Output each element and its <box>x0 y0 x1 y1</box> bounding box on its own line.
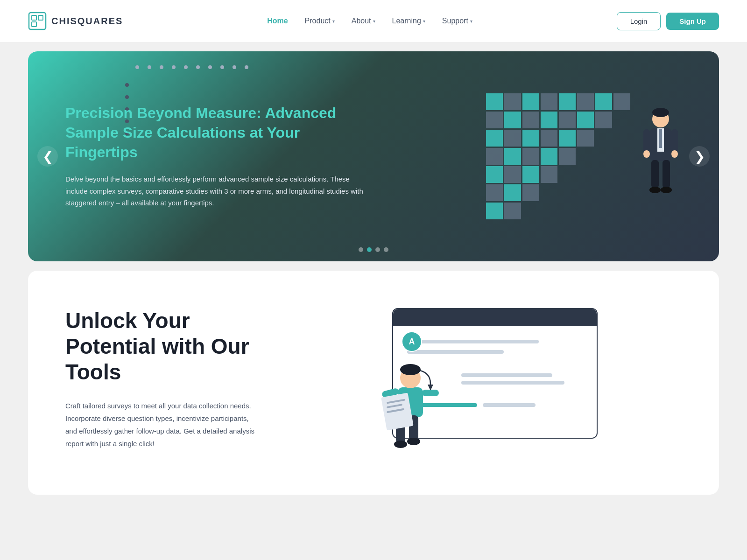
nav-home[interactable]: Home <box>261 13 294 29</box>
svg-rect-9 <box>643 129 650 153</box>
dot-row-decoration <box>135 65 248 69</box>
hero-section: Precision Beyond Measure: Advanced Sampl… <box>28 51 719 261</box>
chevron-down-icon: ▾ <box>423 19 425 24</box>
dash-line-4 <box>461 381 564 385</box>
carousel-dot-1[interactable] <box>359 247 363 252</box>
logo-icon <box>28 12 47 30</box>
svg-point-11 <box>643 150 650 158</box>
signup-button[interactable]: Sign Up <box>666 13 719 30</box>
svg-rect-2 <box>38 15 43 20</box>
unlock-description: Craft tailored surveys to meet all your … <box>65 399 261 450</box>
svg-rect-27 <box>381 393 414 431</box>
dashboard-container: A <box>374 308 598 457</box>
login-button[interactable]: Login <box>617 12 661 30</box>
svg-rect-0 <box>29 13 46 29</box>
svg-rect-22 <box>422 390 439 396</box>
brand-name: CHISQUARES <box>51 16 123 27</box>
carousel-prev-button[interactable]: ❮ <box>37 146 58 167</box>
unlock-section: Unlock Your Potential with Our Tools Cra… <box>28 271 719 495</box>
unlock-title: Unlock Your Potential with Our Tools <box>65 308 261 385</box>
hero-title: Precision Beyond Measure: Advanced Sampl… <box>65 104 371 162</box>
carousel-dot-3[interactable] <box>375 247 380 252</box>
unlock-visual: A <box>289 308 682 457</box>
dash-line-1 <box>407 340 539 343</box>
nav-support[interactable]: Support ▾ <box>436 13 479 29</box>
svg-rect-13 <box>651 160 659 188</box>
chevron-down-icon: ▾ <box>373 19 375 24</box>
svg-rect-10 <box>671 129 678 153</box>
nav-product[interactable]: Product ▾ <box>298 13 341 29</box>
navbar: CHISQUARES Home Product ▾ About ▾ Learni… <box>0 0 747 42</box>
person-sitting-figure <box>374 350 448 462</box>
svg-rect-8 <box>659 129 662 148</box>
svg-point-15 <box>649 187 661 193</box>
svg-point-26 <box>407 438 420 445</box>
svg-rect-14 <box>662 160 670 188</box>
nav-learning[interactable]: Learning ▾ <box>386 13 432 29</box>
unlock-text: Unlock Your Potential with Our Tools Cra… <box>65 308 261 450</box>
svg-rect-1 <box>32 15 36 20</box>
svg-point-25 <box>394 441 407 448</box>
dash-accent-2 <box>483 403 536 407</box>
checkerboard-graphic <box>486 93 630 219</box>
carousel-dot-2[interactable] <box>367 247 372 252</box>
hero-description: Delve beyond the basics and effortlessly… <box>65 173 371 209</box>
svg-point-12 <box>671 150 678 158</box>
svg-point-20 <box>400 364 421 375</box>
dash-line-3 <box>461 373 552 377</box>
carousel-dots <box>359 247 388 252</box>
nav-menu: Home Product ▾ About ▾ Learning ▾ Suppor… <box>261 13 479 29</box>
logo[interactable]: CHISQUARES <box>28 12 123 30</box>
nav-actions: Login Sign Up <box>617 12 719 30</box>
avatar-badge: A <box>402 331 422 352</box>
svg-point-5 <box>652 108 669 117</box>
nav-about[interactable]: About ▾ <box>345 13 382 29</box>
carousel-next-button[interactable]: ❯ <box>689 146 710 167</box>
person-figure <box>640 105 682 208</box>
svg-point-16 <box>661 187 672 193</box>
svg-rect-3 <box>32 22 36 27</box>
hero-content: Precision Beyond Measure: Advanced Sampl… <box>28 76 408 237</box>
chevron-down-icon: ▾ <box>332 19 335 24</box>
carousel-dot-4[interactable] <box>384 247 388 252</box>
hero-visual <box>486 93 682 219</box>
dash-lines-right <box>461 373 583 385</box>
dash-header <box>393 309 597 326</box>
chevron-down-icon: ▾ <box>470 19 472 24</box>
